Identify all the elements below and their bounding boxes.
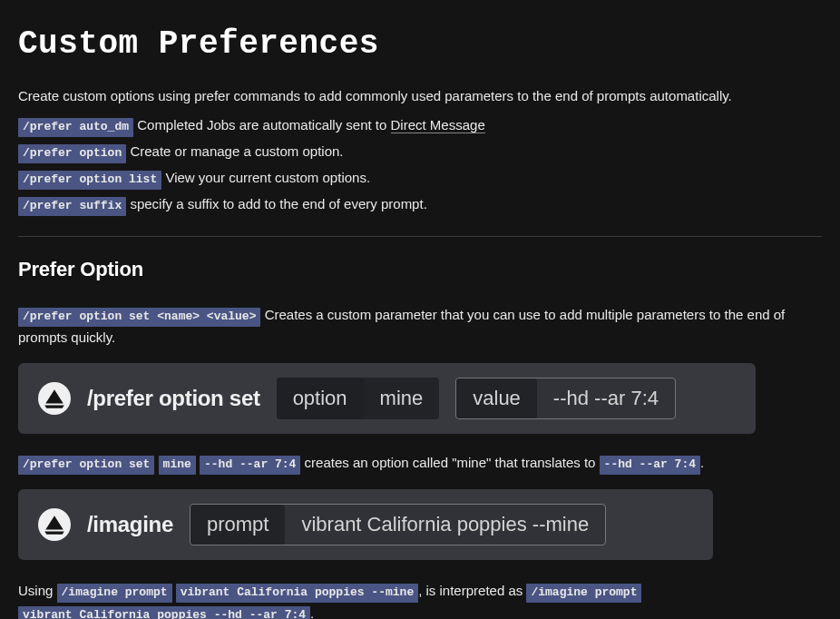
pill-value: value --hd --ar 7:4: [455, 378, 676, 419]
ex1-mid: creates an option called "mine" that tra…: [305, 455, 600, 470]
explain-1: /prefer option set mine --hd --ar 7:4 cr…: [18, 452, 822, 475]
desc-suffix: specify a suffix to add to the end of ev…: [130, 196, 426, 211]
desc-auto-dm: Completed Jobs are automatically sent to: [137, 117, 390, 133]
explain-2: Using /imagine prompt vibrant California…: [18, 580, 822, 619]
pill-key-prompt: prompt: [190, 505, 285, 545]
cmd-auto-dm: /prefer auto_dm Completed Jobs are autom…: [18, 114, 822, 137]
pill-val-hd: --hd --ar 7:4: [537, 378, 675, 418]
cmd-label-2: /imagine: [87, 507, 173, 542]
chip-auto-dm: /prefer auto_dm: [18, 118, 133, 137]
pill-prompt: prompt vibrant California poppies --mine: [190, 504, 606, 545]
sailboat-icon: [43, 387, 66, 410]
sailboat-icon: [43, 513, 66, 536]
divider: [18, 236, 822, 237]
link-direct-message[interactable]: Direct Message: [391, 117, 485, 133]
chip-ex1d: --hd --ar 7:4: [600, 456, 700, 475]
intro-text: Create custom options using prefer comma…: [18, 85, 822, 107]
ex1-end: .: [700, 455, 704, 470]
chip-ex1b: mine: [159, 456, 196, 475]
pill-option: option mine: [277, 378, 440, 419]
pill-val-mine: mine: [364, 378, 440, 419]
chip-option-set: /prefer option set <name> <value>: [18, 308, 260, 327]
cmd-option: /prefer option Create or manage a custom…: [18, 141, 822, 163]
cmd-suffix: /prefer suffix specify a suffix to add t…: [18, 193, 822, 216]
avatar-2: [38, 508, 71, 541]
chip-suffix: /prefer suffix: [18, 197, 126, 216]
chip-ex2a: /imagine prompt: [57, 584, 172, 603]
desc-option-list: View your current custom options.: [165, 170, 370, 185]
desc-option: Create or manage a custom option.: [130, 143, 343, 159]
discord-input-bar-1: /prefer option set option mine value --h…: [18, 363, 756, 434]
chip-ex2b: vibrant California poppies --mine: [176, 584, 418, 603]
chip-ex1a: /prefer option set: [18, 456, 154, 475]
ex2-pre: Using: [18, 583, 57, 598]
chip-ex1c: --hd --ar 7:4: [200, 456, 300, 475]
chip-option-list: /prefer option list: [18, 171, 161, 190]
section-heading: Prefer Option: [18, 253, 822, 285]
avatar: [38, 382, 71, 415]
set-description: /prefer option set <name> <value> Create…: [18, 304, 822, 349]
page-title: Custom Preferences: [18, 18, 822, 71]
pill-key-value: value: [456, 378, 537, 418]
discord-input-bar-2: /imagine prompt vibrant California poppi…: [18, 489, 713, 560]
ex2-end: .: [310, 605, 314, 619]
chip-ex2c: /imagine prompt: [526, 584, 641, 603]
pill-val-prompt: vibrant California poppies --mine: [285, 505, 605, 545]
cmd-label-1: /prefer option set: [87, 381, 260, 416]
ex2-mid: , is interpreted as: [418, 583, 526, 598]
chip-option: /prefer option: [18, 144, 126, 163]
cmd-option-list: /prefer option list View your current cu…: [18, 167, 822, 190]
pill-key-option: option: [277, 378, 364, 419]
chip-ex2d: vibrant California poppies --hd --ar 7:4: [18, 606, 310, 619]
